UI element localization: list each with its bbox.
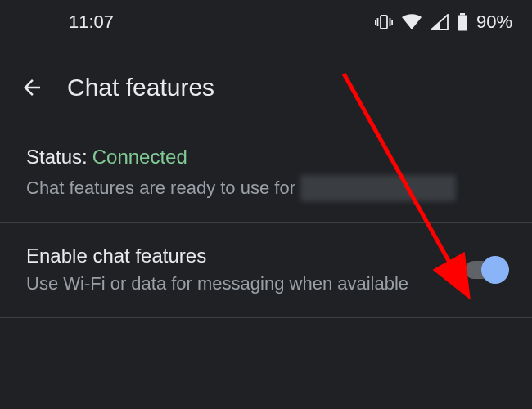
status-section: Status: Connected Chat features are read… bbox=[0, 126, 532, 223]
status-label: Status: bbox=[26, 146, 88, 169]
battery-icon bbox=[457, 13, 468, 31]
setting-text: Enable chat features Use Wi-Fi or data f… bbox=[26, 245, 465, 296]
status-value: Connected bbox=[92, 146, 187, 169]
battery-percent: 90% bbox=[476, 11, 512, 33]
svg-rect-0 bbox=[381, 16, 387, 29]
arrow-left-icon bbox=[20, 75, 44, 100]
enable-chat-features-toggle[interactable] bbox=[465, 261, 506, 279]
toggle-thumb bbox=[481, 256, 509, 284]
svg-rect-6 bbox=[458, 16, 467, 31]
status-description: Chat features are ready to use for bbox=[26, 175, 506, 201]
status-description-text: Chat features are ready to use for bbox=[26, 176, 295, 200]
wifi-icon bbox=[401, 14, 422, 30]
status-bar: 11:07 9 bbox=[0, 0, 532, 41]
vibrate-icon bbox=[375, 15, 393, 29]
setting-title: Enable chat features bbox=[26, 245, 449, 267]
status-icons: 90% bbox=[375, 11, 512, 33]
enable-chat-features-row[interactable]: Enable chat features Use Wi-Fi or data f… bbox=[0, 223, 532, 318]
status-row: Status: Connected bbox=[26, 146, 506, 169]
page-title: Chat features bbox=[67, 74, 214, 101]
signal-icon bbox=[431, 14, 449, 30]
status-time: 11:07 bbox=[20, 11, 114, 33]
back-button[interactable] bbox=[20, 75, 44, 100]
redacted-block bbox=[300, 175, 456, 201]
svg-rect-5 bbox=[460, 13, 465, 16]
setting-description: Use Wi-Fi or data for messaging when ava… bbox=[26, 272, 449, 296]
header: Chat features bbox=[0, 41, 532, 126]
